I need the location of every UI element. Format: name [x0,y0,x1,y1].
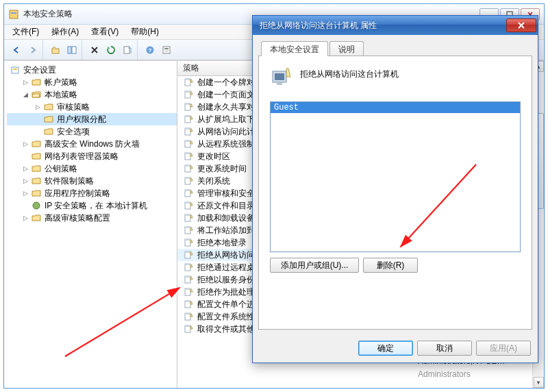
folder-icon [31,77,42,88]
policy-icon [183,212,194,223]
menu-file[interactable]: 文件(F) [7,25,45,39]
svg-rect-36 [185,190,190,191]
policy-icon [183,323,194,334]
svg-rect-48 [185,264,190,265]
svg-rect-1 [11,12,16,14]
svg-rect-5 [68,47,71,53]
menu-action[interactable]: 操作(A) [46,25,84,39]
remove-button[interactable]: 删除(R) [363,258,418,273]
policy-icon [183,138,194,149]
tree-item-ip-security[interactable]: ▷ IP 安全策略，在 本地计算机 [7,199,177,212]
collapse-icon[interactable]: ◢ [22,91,29,99]
svg-rect-46 [185,252,190,253]
policy-icon [183,274,194,285]
folder-icon [31,151,42,162]
tree-item-security-options[interactable]: ▷ 安全选项 [7,125,177,138]
security-setting-peek-2: Administrators [418,369,471,379]
tab-panel: 拒绝从网络访问这台计算机 Guest 添加用户或组(U)... 删除(R) [258,56,532,330]
dialog-footer: 确定 取消 应用(A) [253,335,538,363]
dialog-tabs: 本地安全设置 说明 [258,40,532,56]
policy-icon [183,262,194,273]
folder-icon [31,175,42,186]
expand-icon[interactable]: ▷ [22,215,29,222]
tree-item-audit-policy[interactable]: ▷ 审核策略 [7,101,177,113]
principal-listbox[interactable]: Guest [270,101,521,252]
svg-rect-54 [185,301,190,302]
folder-icon [31,188,42,199]
expand-icon[interactable]: ▷ [22,165,29,173]
delete-toolbar-button[interactable] [87,42,102,58]
svg-rect-28 [185,140,190,142]
list-header-label: 策略 [183,62,199,74]
forward-button[interactable] [25,42,40,58]
menu-help[interactable]: 帮助(H) [125,25,164,39]
add-user-button[interactable]: 添加用户或组(U)... [270,258,359,273]
apply-button[interactable]: 应用(A) [476,341,531,356]
policy-icon [183,200,194,211]
expand-icon[interactable]: ▷ [22,140,29,148]
svg-rect-52 [185,289,190,290]
tree-item-local-policies[interactable]: ◢ 本地策略 [7,88,177,101]
properties-toolbar-button[interactable] [159,42,174,58]
policy-label: 关闭系统 [197,175,230,187]
policy-icon [183,126,194,137]
policy-icon [183,188,194,199]
refresh-button[interactable] [103,42,119,58]
svg-rect-40 [185,215,190,216]
svg-rect-34 [185,177,190,179]
scroll-down-button[interactable]: ▼ [534,377,544,388]
folder-icon [43,101,54,112]
svg-rect-26 [185,128,190,130]
tree-item-user-rights[interactable]: ▷ 用户权限分配 [7,113,177,125]
expand-icon[interactable]: ▷ [22,190,29,197]
svg-rect-12 [164,50,169,51]
expand-icon[interactable]: ▷ [22,79,29,86]
policy-label: 更改系统时间 [197,163,247,175]
show-tree-button[interactable] [64,42,79,58]
svg-rect-0 [10,10,18,19]
dialog-titlebar[interactable]: 拒绝从网络访问这台计算机 属性 [253,16,538,35]
principal-item[interactable]: Guest [271,102,520,113]
svg-rect-32 [185,165,190,167]
tab-local-security[interactable]: 本地安全设置 [261,41,328,56]
expand-icon[interactable]: ▷ [22,177,29,185]
security-settings-icon [10,64,21,75]
svg-rect-20 [185,91,190,93]
tab-explain[interactable]: 说明 [329,41,364,56]
svg-rect-22 [185,103,190,105]
svg-rect-15 [13,69,17,70]
help-toolbar-button[interactable]: ? [142,42,158,58]
policy-label: 更改时区 [197,151,230,162]
policy-icon [183,249,194,260]
menu-view[interactable]: 查看(V) [86,25,124,39]
ok-button[interactable]: 确定 [358,341,413,356]
tree-item-network-list[interactable]: ▷ 网络列表管理器策略 [7,150,177,162]
dialog-close-button[interactable] [506,19,536,32]
tree-item-software-restriction[interactable]: ▷ 软件限制策略 [7,175,177,187]
svg-rect-42 [185,227,190,228]
folder-icon [31,163,42,174]
svg-rect-11 [164,48,169,49]
export-button[interactable] [120,42,135,58]
properties-dialog: 拒绝从网络访问这台计算机 属性 本地安全设置 说明 拒绝从网络访问这台计算机 [252,15,538,363]
svg-rect-50 [185,276,190,278]
policy-icon [183,299,194,310]
tree-item-advanced-audit[interactable]: ▷ 高级审核策略配置 [7,212,177,224]
expand-icon[interactable]: ▷ [34,103,42,111]
svg-rect-44 [185,239,190,241]
tree-item-account-policies[interactable]: ▷ 帐户策略 [7,76,177,88]
tree-item-app-control[interactable]: ▷ 应用程序控制策略 [7,187,177,199]
svg-rect-56 [185,313,190,315]
svg-rect-6 [72,47,76,53]
policy-icon [183,175,194,186]
up-button[interactable] [48,42,63,58]
cancel-button[interactable]: 取消 [417,341,472,356]
svg-rect-30 [185,153,190,154]
tree-item-windows-firewall[interactable]: ▷ 高级安全 Windows 防火墙 [7,138,177,150]
tree-pane[interactable]: 安全设置 ▷ 帐户策略 ◢ 本地策略 ▷ 审核策略 [4,61,177,388]
back-button[interactable] [9,42,24,58]
tree-root-node[interactable]: 安全设置 [7,64,177,76]
tree-item-public-key[interactable]: ▷ 公钥策略 [7,162,177,175]
svg-rect-13 [164,51,169,52]
policy-large-icon [270,66,292,88]
